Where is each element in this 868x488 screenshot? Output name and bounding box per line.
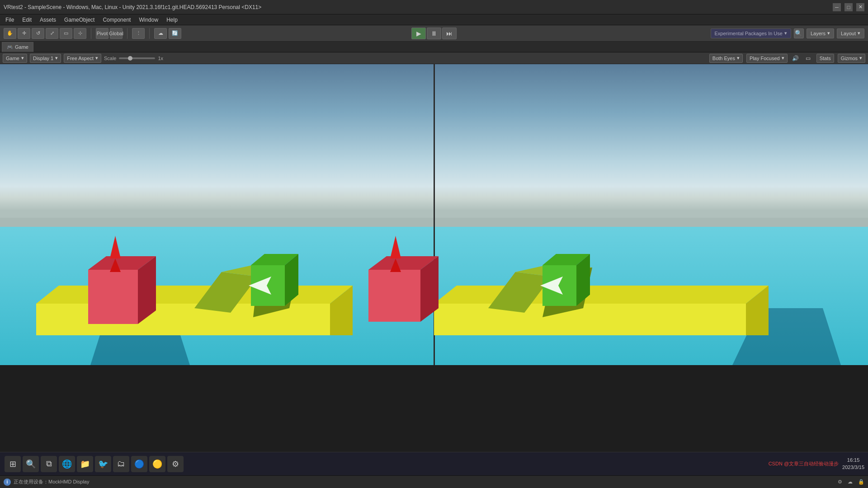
- layout-button[interactable]: Layout ▾: [837, 28, 864, 38]
- gizmos-chevron: ▾: [859, 55, 862, 61]
- transform-tool-button[interactable]: ⊹: [74, 28, 86, 39]
- csdn-label: CSDN @文章三自动经验动漫步: [769, 460, 839, 467]
- taskbar-folder2[interactable]: 🗂: [113, 456, 129, 472]
- layers-button[interactable]: Layers ▾: [807, 28, 834, 38]
- game-mode-label: Game: [6, 56, 19, 61]
- layout-chevron: ▾: [858, 30, 860, 36]
- window-title: VRtest2 - SampleScene - Windows, Mac, Li…: [4, 4, 261, 10]
- hand-tool-button[interactable]: ✋: [4, 28, 16, 39]
- pivot-button[interactable]: Pivot: [96, 28, 108, 39]
- taskbar-search[interactable]: 🔍: [23, 456, 39, 472]
- taskbar-right: CSDN @文章三自动经验动漫步 16:15 2023/3/15: [769, 457, 864, 471]
- exp-packages-chevron: ▾: [784, 30, 787, 36]
- snap-buttons: ⋮: [132, 28, 145, 39]
- step-button[interactable]: ⏭: [442, 28, 457, 39]
- display-dropdown[interactable]: Display 1 ▾: [30, 54, 61, 63]
- status-icon-1: ⚙: [838, 479, 842, 485]
- right-toolbar: Experimental Packages In Use ▾ 🔍 Layers …: [711, 28, 864, 38]
- menu-help[interactable]: Help: [163, 16, 181, 24]
- gizmos-button[interactable]: Gizmos ▾: [838, 54, 865, 63]
- minimize-button[interactable]: ─: [833, 3, 841, 11]
- menu-file[interactable]: File: [2, 16, 18, 24]
- taskbar-yellow[interactable]: 🟡: [149, 456, 165, 472]
- scale-tool-button[interactable]: ⤢: [46, 28, 58, 39]
- pause-button[interactable]: ⏸: [427, 28, 441, 39]
- status-right: ⚙ ☁ 🔒: [838, 479, 864, 485]
- scale-slider-thumb: [128, 56, 132, 61]
- taskbar-gear[interactable]: ⚙: [167, 456, 184, 472]
- toolbar-sep-1: [91, 28, 91, 39]
- aspect-chevron: ▾: [95, 55, 98, 61]
- svg-rect-11: [88, 270, 138, 324]
- display-label: Display 1: [33, 56, 53, 61]
- play-focused-dropdown[interactable]: Play Focused ▾: [746, 54, 788, 63]
- scale-label: Scale: [104, 56, 117, 61]
- taskbar-taskview[interactable]: ⧉: [41, 456, 57, 472]
- rotate-tool-button[interactable]: ↺: [32, 28, 44, 39]
- pivot-buttons: Pivot Global: [96, 28, 123, 39]
- window-controls: ─ □ ✕: [833, 3, 864, 11]
- menu-edit[interactable]: Edit: [19, 16, 35, 24]
- taskbar-explorer[interactable]: 📁: [77, 456, 93, 472]
- toolbar-sep-2: [127, 28, 127, 39]
- svg-marker-25: [434, 286, 769, 304]
- game-viewport: [0, 64, 868, 365]
- maximize-button[interactable]: □: [844, 3, 853, 11]
- game-mode-dropdown[interactable]: Game ▾: [3, 54, 27, 63]
- layout-label: Layout: [841, 31, 856, 36]
- tab-bar: 🎮 Game: [0, 42, 868, 52]
- cloud-button[interactable]: ☁: [154, 28, 167, 39]
- snap-button[interactable]: ⋮: [132, 28, 145, 39]
- svg-rect-27: [368, 270, 420, 322]
- svg-rect-0: [0, 64, 434, 227]
- menu-assets[interactable]: Assets: [36, 16, 60, 24]
- taskbar-edge[interactable]: 🌐: [59, 456, 75, 472]
- play-button[interactable]: ▶: [411, 28, 426, 39]
- both-eyes-dropdown[interactable]: Both Eyes ▾: [709, 54, 743, 63]
- search-button[interactable]: 🔍: [794, 28, 804, 38]
- title-bar: VRtest2 - SampleScene - Windows, Mac, Li…: [0, 0, 868, 14]
- tool-buttons: ✋ ✛ ↺ ⤢ ▭ ⊹: [4, 28, 86, 39]
- tab-game-icon: 🎮: [7, 44, 13, 50]
- taskbar: ⊞ 🔍 ⧉ 🌐 📁 🐦 🗂 🔵 🟡 ⚙ CSDN @文章三自动经验动漫步 16:…: [0, 452, 868, 475]
- menu-window[interactable]: Window: [135, 16, 162, 24]
- collab-button[interactable]: 🔄: [169, 28, 181, 39]
- layers-chevron: ▾: [827, 30, 830, 36]
- both-eyes-chevron: ▾: [737, 55, 740, 61]
- layers-label: Layers: [811, 31, 826, 36]
- play-controls: ▶ ⏸ ⏭: [411, 28, 457, 39]
- time-block: 16:15 2023/3/15: [842, 457, 864, 471]
- global-button[interactable]: Global: [110, 28, 123, 39]
- stats-button[interactable]: Stats: [816, 54, 834, 63]
- svg-marker-9: [36, 286, 353, 304]
- move-tool-button[interactable]: ✛: [18, 28, 30, 39]
- rect-tool-button[interactable]: ▭: [60, 28, 72, 39]
- game-mode-chevron: ▾: [21, 55, 24, 61]
- scale-slider[interactable]: [119, 57, 155, 59]
- both-eyes-label: Both Eyes: [712, 56, 735, 61]
- main-toolbar: ✋ ✛ ↺ ⤢ ▭ ⊹ Pivot Global ⋮ ☁ 🔄 ▶ ⏸ ⏭ Exp…: [0, 25, 868, 42]
- audio-button[interactable]: 🔊: [791, 54, 800, 63]
- play-focused-chevron: ▾: [782, 55, 784, 61]
- menu-component[interactable]: Component: [99, 16, 134, 24]
- aspect-dropdown[interactable]: Free Aspect ▾: [64, 54, 101, 63]
- taskbar-start[interactable]: ⊞: [5, 456, 21, 472]
- game-toolbar-right: Both Eyes ▾ Play Focused ▾ 🔊 ▭ Stats Giz…: [709, 54, 865, 63]
- tab-game[interactable]: 🎮 Game: [2, 42, 33, 52]
- device-status: 正在使用设备：MockHMD Display: [14, 479, 89, 485]
- info-icon: i: [4, 479, 11, 486]
- taskbar-date: 2023/3/15: [842, 464, 864, 471]
- svg-rect-1: [434, 64, 868, 227]
- scale-value: 1x: [158, 56, 163, 61]
- taskbar-time: 16:15: [842, 457, 864, 464]
- stats-label: Stats: [820, 56, 831, 61]
- aspect-lock-button[interactable]: ▭: [804, 54, 813, 63]
- menu-gameobject[interactable]: GameObject: [61, 16, 98, 24]
- exp-packages-button[interactable]: Experimental Packages In Use ▾: [711, 28, 791, 38]
- close-button[interactable]: ✕: [856, 3, 864, 11]
- taskbar-blue[interactable]: 🔵: [131, 456, 147, 472]
- aspect-label: Free Aspect: [67, 56, 94, 61]
- scene-svg: [0, 64, 868, 365]
- toolbar-sep-cloud: [149, 28, 150, 39]
- taskbar-bird[interactable]: 🐦: [95, 456, 111, 472]
